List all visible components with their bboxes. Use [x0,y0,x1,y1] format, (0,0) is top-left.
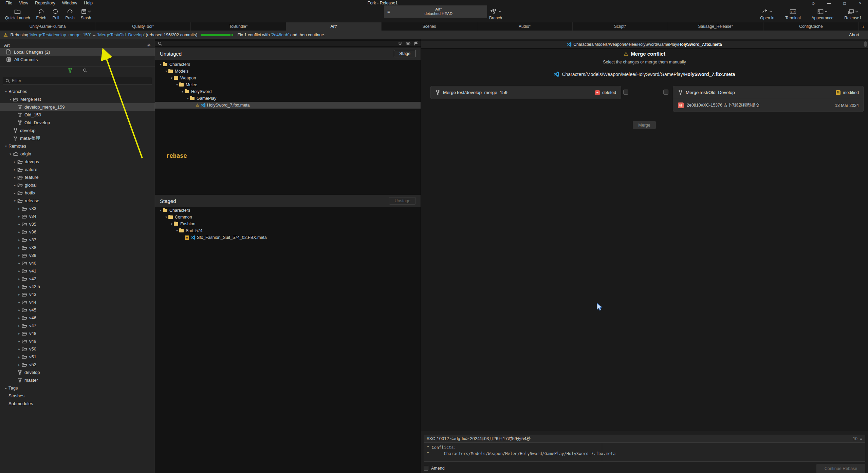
expander-icon[interactable]: ▾ [8,98,13,101]
expander-icon[interactable]: ▸ [17,332,22,335]
expander-icon[interactable]: ▸ [17,230,22,234]
banner-from-branch-link[interactable]: 'MergeTest/develop_merge_159' [30,33,91,37]
theirs-card[interactable]: MergeTest/Old_Develop Mmodified 林 2e0810… [673,86,864,112]
theirs-commit-row[interactable]: 林 2e0810#XC-15376 占卜7武器模型提交 13 Mar 2024 [673,99,864,112]
toolbar-button-stash[interactable]: Stash [78,7,94,20]
branch-tree-row-v52[interactable]: ▸v52 [0,361,155,368]
unstaged-row-holysword-7.fbx.meta[interactable]: ⚠HolySword_7.fbx.meta [155,102,421,109]
branch-tree-row-master[interactable]: master [0,376,155,384]
toolbar-button-fetch[interactable]: Fetch [33,7,49,20]
branch-tree-row-release[interactable]: ▾release [0,197,155,205]
tab-tobundle[interactable]: ToBundle* [191,22,286,31]
branch-tree-row-v47[interactable]: ▸v47 [0,322,155,329]
expander-icon[interactable]: ▸ [17,316,22,320]
branch-tree-row-v46[interactable]: ▸v46 [0,314,155,322]
expander-icon[interactable]: ▾ [169,76,174,80]
expander-icon[interactable]: ▸ [17,293,22,296]
unstaged-row-gameplay[interactable]: ▾GamePlay [155,95,421,102]
branch-tree-row-develop[interactable]: develop [0,127,155,134]
tab-unity-game-kuroha[interactable]: Unity-Game-Kuroha [0,22,95,31]
expander-icon[interactable]: ▾ [180,90,185,93]
close-button[interactable]: × [852,0,868,7]
tab-sausage-release[interactable]: Sausage_Release* [668,22,763,31]
tab-art[interactable]: Art* [286,22,382,31]
toolbar-button-quick-launch[interactable]: Quick Launch [2,7,33,20]
unstaged-row-holysword[interactable]: ▾HolySword [155,88,421,95]
flag-icon[interactable] [414,41,418,45]
branch-tree-row-origin[interactable]: ▾origin [0,150,155,158]
menu-item-window[interactable]: Window [59,0,80,7]
toolbar-button-open-in[interactable]: Open in [757,7,777,20]
repo-switcher[interactable]: ≡ Art* detached HEAD [384,5,487,18]
commit-body-input[interactable]: ^ Conflicts: ^ Characters/Models/Weapon/… [424,443,865,462]
toolbar-button-pull[interactable]: Pull [49,7,62,20]
branch-tree-row-v51[interactable]: ▸v51 [0,353,155,361]
expander-icon[interactable]: ▸ [3,386,8,390]
ours-checkbox[interactable] [623,90,628,95]
changes-search-icon[interactable] [158,41,162,46]
staged-row-suit-574[interactable]: ▾Suit_574 [155,227,421,234]
expander-icon[interactable]: ▸ [17,363,22,366]
tab-configcache[interactable]: ConfigCache [763,22,859,31]
unstaged-row-weapon[interactable]: ▾Weapon [155,75,421,81]
expander-icon[interactable]: ▾ [175,83,179,87]
branch-tree-row-v50[interactable]: ▸v50 [0,345,155,353]
branch-tree-row-v48[interactable]: ▸v48 [0,329,155,337]
tab-qualitytool[interactable]: QualityTool* [95,22,191,31]
expander-icon[interactable]: ▾ [159,209,163,212]
expander-icon[interactable]: ▸ [17,301,22,304]
branch-tree-row-v49[interactable]: ▸v49 [0,337,155,345]
expander-icon[interactable]: ▸ [17,355,22,359]
expander-icon[interactable]: ▸ [17,254,22,257]
expander-icon[interactable]: ▾ [3,90,8,93]
branch-button[interactable]: Branch [489,7,502,20]
abort-button[interactable]: Abort [846,32,863,38]
expander-icon[interactable]: ▾ [169,222,174,226]
continue-rebase-button[interactable]: Continue Rebase [816,464,865,473]
expander-icon[interactable]: ▾ [12,199,17,203]
branch-tree-row-v45[interactable]: ▸v45 [0,306,155,314]
toolbar-button-terminal[interactable]: C:\Terminal [782,7,804,20]
branch-tree-row-eature[interactable]: ▸eature [0,166,155,173]
branch-tree-row-v35[interactable]: ▸v35 [0,220,155,228]
branch-tree-row-devops[interactable]: ▸devops [0,158,155,166]
branch-tree-row-develop-merge-159[interactable]: develop_merge_159 [0,103,155,111]
commit-subject-input[interactable]: #XC-10012 <adg-fix> 2024年03月26日17时59分54秒… [424,435,865,443]
staged-row-characters[interactable]: ▾Characters [155,207,421,214]
expander-icon[interactable]: ▸ [17,340,22,343]
tab-audio[interactable]: Audio* [477,22,573,31]
unstage-button[interactable]: Unstage [389,197,416,205]
branch-tree-row-v40[interactable]: ▸v40 [0,259,155,267]
expander-icon[interactable]: ▸ [17,285,22,288]
branch-tree-row-old-159[interactable]: Old_159 [0,111,155,119]
expander-icon[interactable]: ▸ [17,215,22,218]
menu-item-repository[interactable]: Repository [32,0,59,7]
toolbar-button-release1[interactable]: Release1 [841,7,865,20]
branch-tree-row-submodules[interactable]: Submodules [0,400,155,408]
expander-icon[interactable]: ▸ [17,269,22,273]
branch-tree-row-v37[interactable]: ▸v37 [0,236,155,244]
branch-tree-row-branches[interactable]: ▾Branches [0,88,155,95]
new-tab-button[interactable]: + [859,22,868,31]
search-icon[interactable] [83,68,87,73]
branch-tree-row-develop[interactable]: develop [0,368,155,376]
tab-script[interactable]: Script* [573,22,668,31]
expander-icon[interactable]: ▸ [17,347,22,351]
expander-icon[interactable]: ▾ [3,145,8,148]
amend-checkbox[interactable] [424,466,428,471]
expander-icon[interactable]: ▸ [12,191,17,195]
expander-icon[interactable]: ▸ [17,308,22,312]
theirs-checkbox[interactable] [663,90,668,95]
branch-tree-row-v44[interactable]: ▸v44 [0,298,155,306]
expander-icon[interactable]: ▸ [17,262,22,265]
ours-card[interactable]: MergeTest/develop_merge_159 −deleted [430,86,621,99]
feedback-smiley-icon[interactable]: ☺ [806,0,821,7]
branch-tree-row-stashes[interactable]: Stashes [0,392,155,400]
branch-tree-row-v43[interactable]: ▸v43 [0,290,155,298]
expander-icon[interactable]: ▸ [12,184,17,187]
branch-tree-row-v41[interactable]: ▸v41 [0,267,155,275]
collapse-all-icon[interactable] [398,42,402,45]
expander-icon[interactable]: ▾ [164,70,168,73]
menu-item-file[interactable]: File [2,0,16,7]
expander-icon[interactable]: ▾ [164,215,168,219]
